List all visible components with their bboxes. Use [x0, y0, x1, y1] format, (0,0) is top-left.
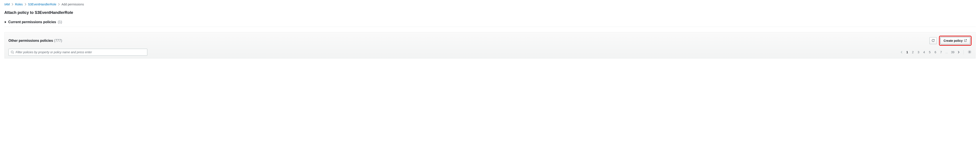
breadcrumb-current: Add permissions [61, 3, 84, 6]
filter-search [8, 49, 147, 55]
page-last[interactable]: 39 [951, 51, 955, 54]
search-icon [11, 51, 14, 54]
page-5[interactable]: 5 [928, 51, 931, 54]
pagination: 1 2 3 4 5 6 7 ... 39 [900, 50, 972, 55]
gear-icon [967, 50, 972, 55]
breadcrumb-link-roles[interactable]: Roles [15, 3, 23, 6]
breadcrumb-link-role-name[interactable]: S3EventHandlerRole [28, 3, 56, 6]
page-prev[interactable] [900, 51, 903, 54]
divider [4, 27, 976, 27]
page-3[interactable]: 3 [917, 51, 920, 54]
chevron-right-icon [58, 3, 60, 6]
page-6[interactable]: 6 [934, 51, 937, 54]
page-ellipsis: ... [945, 51, 948, 54]
caret-right-icon [4, 21, 6, 24]
refresh-button[interactable] [929, 37, 937, 44]
create-policy-button-label: Create policy [943, 39, 963, 43]
page-7[interactable]: 7 [940, 51, 942, 54]
other-policies-title: Other permissions policies (777) [8, 39, 62, 43]
other-policies-label: Other permissions policies [8, 39, 53, 43]
other-policies-count: (777) [54, 39, 62, 43]
settings-button[interactable] [967, 50, 972, 55]
filter-input[interactable] [8, 49, 147, 55]
create-policy-button[interactable]: Create policy [940, 37, 970, 44]
page-1[interactable]: 1 [906, 51, 908, 54]
other-policies-panel: Other permissions policies (777) Create … [4, 32, 976, 59]
refresh-icon [931, 39, 935, 43]
current-policies-header[interactable]: Current permissions policies (1) [4, 20, 976, 24]
breadcrumb: IAM Roles S3EventHandlerRole Add permiss… [4, 3, 976, 6]
external-link-icon [964, 39, 967, 43]
current-policies-count: (1) [58, 20, 62, 24]
chevron-right-icon [11, 3, 13, 6]
current-policies-label: Current permissions policies [8, 20, 56, 24]
svg-point-1 [969, 51, 970, 52]
page-4[interactable]: 4 [923, 51, 925, 54]
highlight-box: Create policy [939, 36, 972, 46]
page-2[interactable]: 2 [912, 51, 914, 54]
page-next[interactable] [958, 51, 959, 54]
breadcrumb-link-iam[interactable]: IAM [4, 3, 10, 6]
svg-point-0 [11, 51, 13, 53]
chevron-right-icon [24, 3, 26, 6]
page-title: Attach policy to S3EventHandlerRole [4, 10, 976, 15]
